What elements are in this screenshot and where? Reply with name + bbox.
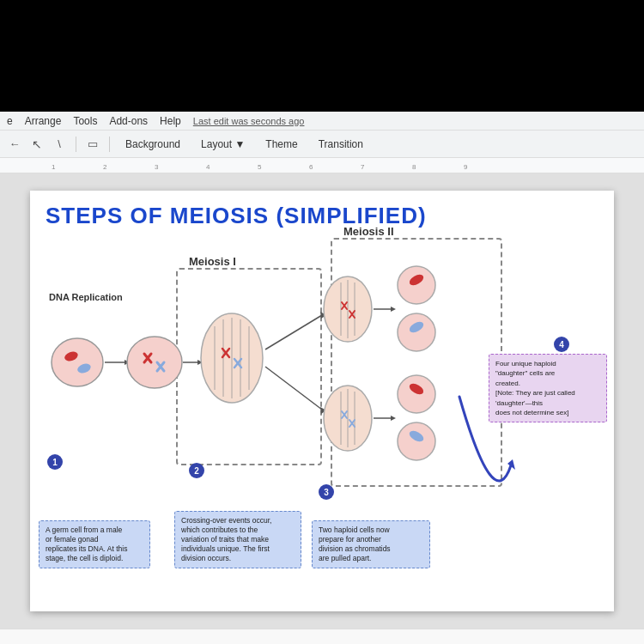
step-3-text: Two haploid cells now prepare for anothe… bbox=[319, 526, 391, 562]
step-2-text: Crossing-over events occur, which contri… bbox=[181, 516, 271, 562]
svg-marker-49 bbox=[391, 416, 396, 421]
cursor-icon[interactable]: ↖ bbox=[29, 137, 45, 152]
svg-point-5 bbox=[127, 337, 182, 388]
step-4-text: Four unique haploid "daughter" cells are… bbox=[495, 360, 575, 416]
svg-marker-35 bbox=[391, 307, 396, 312]
ruler-marks: 1 2 3 4 5 6 7 8 9 bbox=[0, 158, 644, 173]
toolbar-separator bbox=[76, 137, 76, 152]
svg-point-52 bbox=[398, 422, 435, 460]
menu-item-arrange[interactable]: Arrange bbox=[25, 115, 62, 127]
menu-item-tools[interactable]: Tools bbox=[73, 115, 97, 127]
step-2-box: Crossing-over events occur, which contri… bbox=[174, 511, 301, 568]
menu-item-e[interactable]: e bbox=[7, 115, 13, 127]
step-3-number: 3 bbox=[319, 484, 334, 500]
svg-line-24 bbox=[265, 367, 322, 410]
svg-point-0 bbox=[52, 338, 103, 386]
layout-button[interactable]: Layout ▼ bbox=[194, 137, 252, 152]
slide-canvas[interactable]: STEPS OF MEIOSIS (SIMPLIFIED) DNA Replic… bbox=[30, 191, 614, 611]
present-icon[interactable]: ▭ bbox=[85, 137, 100, 152]
layout-arrow-icon: ▼ bbox=[234, 138, 245, 150]
svg-line-22 bbox=[265, 315, 322, 349]
step-3-box: Two haploid cells now prepare for anothe… bbox=[312, 520, 430, 568]
toolbar-separator-2 bbox=[109, 137, 110, 152]
ruler: 1 2 3 4 5 6 7 8 9 bbox=[0, 158, 644, 173]
step-1-number: 1 bbox=[47, 454, 63, 470]
menu-item-help[interactable]: Help bbox=[160, 115, 181, 127]
last-edit-status: Last edit was seconds ago bbox=[193, 116, 305, 126]
theme-button[interactable]: Theme bbox=[258, 137, 304, 152]
speaker-notes-bar[interactable]: speaker notes bbox=[0, 629, 644, 644]
transition-button[interactable]: Transition bbox=[312, 137, 370, 152]
line-icon[interactable]: \ bbox=[52, 137, 67, 152]
step-1-box: A germ cell from a male or female gonad … bbox=[39, 520, 150, 568]
menu-item-addons[interactable]: Add-ons bbox=[109, 115, 148, 127]
step-1-text: A germ cell from a male or female gonad … bbox=[46, 526, 127, 562]
toolbar: ← ↖ \ ▭ Background Layout ▼ Theme Transi… bbox=[0, 131, 644, 158]
svg-point-36 bbox=[398, 266, 435, 304]
slide-area[interactable]: STEPS OF MEIOSIS (SIMPLIFIED) DNA Replic… bbox=[0, 173, 644, 629]
background-button[interactable]: Background bbox=[118, 137, 187, 152]
top-black-bar bbox=[0, 0, 644, 112]
step-4-number: 4 bbox=[554, 337, 569, 352]
svg-point-38 bbox=[398, 313, 435, 351]
menu-bar: e Arrange Tools Add-ons Help Last edit w… bbox=[0, 112, 644, 131]
svg-point-50 bbox=[398, 375, 435, 413]
step-4-box: Four unique haploid "daughter" cells are… bbox=[489, 354, 607, 422]
back-icon[interactable]: ← bbox=[7, 137, 22, 152]
step-2-number: 2 bbox=[189, 463, 204, 478]
